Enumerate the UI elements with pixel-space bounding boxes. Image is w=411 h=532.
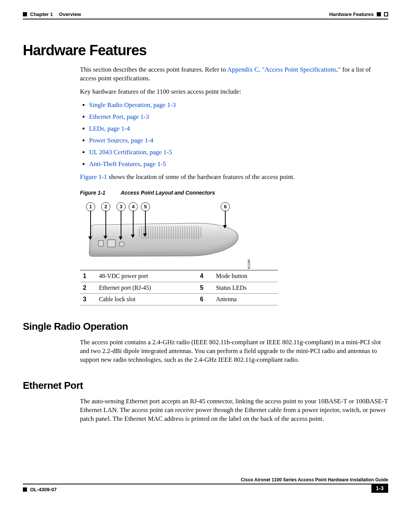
cell-number: 1 [80,270,96,282]
figure-code: 81180 [247,259,251,269]
text: shows the location of some of the hardwa… [107,173,295,181]
header-square-icon [23,12,27,16]
arrow-icon [105,211,106,236]
table-row: 3 Cable lock slot 6 Antenna [80,294,278,305]
table-row: 2 Ethernet port (RJ-45) 5 Status LEDs [80,282,278,294]
callout-table: 1 48-VDC power port 4 Mode button 2 Ethe… [80,270,278,305]
port-icon [119,242,124,246]
text: This section describes the access point … [80,66,227,73]
callout-4: 4 [129,202,138,211]
callout-1: 1 [86,202,95,211]
section-body: The access point contains a 2.4-GHz radi… [80,338,388,364]
page-footer: Cisco Aironet 1100 Series Access Point H… [23,477,388,493]
callout-5: 5 [141,202,150,211]
table-row: 1 48-VDC power port 4 Mode button [80,270,278,282]
device-vents-icon [139,226,202,239]
list-link[interactable]: UL 2043 Certification, page 1-5 [89,149,172,156]
cell-label: Cable lock slot [96,294,197,305]
cell-number: 3 [80,294,96,305]
arrowhead-icon [119,236,123,240]
chapter-label: Chapter 1 [30,11,53,17]
page-number: 1-3 [371,484,388,493]
cell-label: Status LEDs [213,282,278,294]
callout-2: 2 [101,202,110,211]
arrow-icon [133,211,134,235]
cell-label: 48-VDC power port [96,270,197,282]
arrow-icon [121,211,121,237]
footer-guide-title: Cisco Aironet 1100 Series Access Point H… [23,477,388,484]
callout-6: 6 [221,202,230,211]
list-link[interactable]: Ethernet Port, page 1-3 [89,113,149,120]
figure-title: Access Point Layout and Connectors [121,190,215,196]
arrowhead-icon [131,235,135,238]
arrowhead-icon [104,236,107,239]
cell-label: Mode button [213,270,278,282]
footer-ol-number: OL-4309-07 [30,487,57,492]
figure-number: Figure 1-1 [80,190,105,196]
device-figure: 1 2 3 4 5 6 81180 [80,202,251,263]
key-features-intro: Key hardware features of the 1100 series… [80,88,388,96]
list-link[interactable]: LEDs, page 1-4 [89,125,130,132]
header-rule [23,19,388,19]
callout-3: 3 [116,202,126,211]
arrowhead-icon [88,236,92,240]
footer-square-icon [23,487,27,492]
section-label: Hardware Features [329,11,374,17]
appendix-link[interactable]: Appendix C, "Access Point Specifications… [227,66,341,73]
page-title: Hardware Features [23,42,388,59]
cell-number: 2 [80,282,96,294]
arrow-icon [145,211,146,234]
page: Chapter 1 Overview Hardware Features Har… [0,0,411,506]
cell-label: Ethernet port (RJ-45) [96,282,197,294]
cell-label: Antenna [213,294,278,305]
cell-number: 6 [197,294,213,305]
figure-link[interactable]: Figure 1-1 [80,173,107,181]
feature-list: Single Radio Operation, page 1-3 Etherne… [80,101,388,169]
cell-number: 4 [197,270,213,282]
running-header: Chapter 1 Overview Hardware Features [23,11,388,17]
body-content: This section describes the access point … [80,66,388,305]
list-link[interactable]: Power Sources, page 1-4 [89,137,153,144]
list-link[interactable]: Single Radio Operation, page 1-3 [89,101,176,109]
header-square-outline-icon [384,12,388,16]
intro-paragraph: This section describes the access point … [80,66,388,83]
figure-caption: Figure 1-1Access Point Layout and Connec… [80,189,388,197]
arrow-icon [225,211,226,226]
port-icon [107,240,116,247]
list-link[interactable]: Anti-Theft Features, page 1-5 [89,160,166,168]
arrowhead-icon [223,225,227,228]
port-icon [98,240,104,246]
arrow-icon [90,211,91,237]
header-square-icon [377,12,381,16]
section-heading: Single Radio Operation [23,321,388,332]
cell-number: 5 [197,282,213,294]
section-body: The auto-sensing Ethernet port accepts a… [80,397,388,423]
figure-reference: Figure 1-1 shows the location of some of… [80,173,388,182]
chapter-title: Overview [59,11,81,17]
section-heading: Ethernet Port [23,380,388,391]
arrowhead-icon [143,233,147,237]
